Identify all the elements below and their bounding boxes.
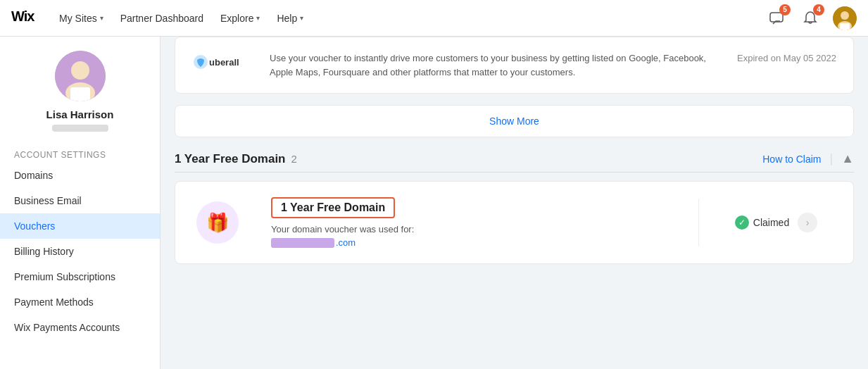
nav-my-sites[interactable]: My Sites ▾ [52, 8, 111, 28]
sidebar-user-sub [52, 125, 108, 132]
uberall-status: Expired on May 05 2022 [737, 53, 836, 63]
how-to-claim-link[interactable]: How to Claim [762, 154, 821, 165]
gift-icon: 🎁 [196, 201, 239, 244]
top-navbar: Wix My Sites ▾ Partner Dashboard Explore… [0, 0, 868, 37]
topnav-right: 5 4 [765, 6, 857, 30]
svg-text:uberall: uberall [209, 57, 239, 68]
sidebar: Lisa Harrison Account Settings Domains B… [0, 37, 161, 369]
bell-badge: 4 [813, 4, 824, 15]
sidebar-section-label: Account Settings [0, 143, 160, 163]
sidebar-item-vouchers[interactable]: Vouchers [0, 213, 160, 239]
voucher-icon-area: 🎁 [175, 182, 260, 263]
domain-blur [271, 238, 334, 248]
voucher-status-area: ✓ Claimed › [698, 199, 853, 246]
chevron-down-icon: ▾ [100, 14, 103, 22]
sidebar-item-billing-history[interactable]: Billing History [0, 239, 160, 264]
domain-extension: .com [336, 237, 356, 248]
free-domain-section-header: 1 Year Free Domain 2 How to Claim | ▲ [175, 151, 854, 166]
section-actions: How to Claim | ▲ [762, 151, 854, 166]
sidebar-item-wix-payments[interactable]: Wix Payments Accounts [0, 315, 160, 340]
chevron-down-icon: ▾ [300, 14, 303, 22]
svg-rect-9 [70, 87, 90, 101]
sidebar-item-business-email[interactable]: Business Email [0, 188, 160, 213]
section-divider [175, 172, 854, 173]
svg-rect-5 [840, 23, 850, 30]
wix-logo[interactable]: Wix [11, 9, 38, 27]
svg-point-7 [71, 61, 89, 80]
voucher-card: 🎁 1 Year Free Domain Your domain voucher… [175, 181, 854, 264]
sidebar-user-name: Lisa Harrison [46, 108, 114, 120]
uberall-voucher-card: uberall Use your voucher to instantly dr… [175, 37, 854, 94]
sidebar-item-domains[interactable]: Domains [0, 163, 160, 188]
show-more-button[interactable]: Show More [175, 105, 854, 137]
chevron-down-icon: ▾ [256, 14, 260, 22]
sidebar-user-section: Lisa Harrison [0, 51, 160, 143]
uberall-logo: uberall [192, 51, 256, 73]
user-avatar[interactable] [833, 6, 857, 30]
voucher-description: Your domain voucher was used for: [271, 224, 687, 234]
claimed-label: Claimed [753, 217, 789, 228]
nav-partner-dashboard[interactable]: Partner Dashboard [113, 8, 210, 28]
sidebar-item-payment-methods[interactable]: Payment Methods [0, 289, 160, 315]
uberall-description: Use your voucher to instantly drive more… [270, 51, 723, 79]
checkmark-icon: ✓ [735, 215, 749, 230]
voucher-title: 1 Year Free Domain [271, 197, 395, 218]
bell-notification-button[interactable]: 4 [799, 7, 822, 30]
divider: | [829, 151, 833, 166]
section-title: 1 Year Free Domain 2 [175, 152, 297, 166]
voucher-arrow-button[interactable]: › [798, 213, 817, 232]
svg-point-3 [841, 11, 849, 20]
nav-items: My Sites ▾ Partner Dashboard Explore ▾ H… [52, 8, 765, 28]
section-count: 2 [291, 153, 297, 165]
main-layout: Lisa Harrison Account Settings Domains B… [0, 37, 868, 369]
nav-help[interactable]: Help ▾ [270, 8, 310, 28]
main-content: uberall Use your voucher to instantly dr… [161, 37, 868, 369]
sidebar-item-premium-subscriptions[interactable]: Premium Subscriptions [0, 264, 160, 289]
nav-explore[interactable]: Explore ▾ [213, 8, 267, 28]
voucher-info: 1 Year Free Domain Your domain voucher w… [260, 183, 698, 262]
collapse-button[interactable]: ▲ [841, 151, 854, 166]
voucher-claimed-status: ✓ Claimed [735, 215, 789, 230]
sidebar-avatar [55, 51, 106, 101]
chat-notification-button[interactable]: 5 [765, 7, 788, 30]
voucher-domain: .com [271, 237, 687, 248]
svg-text:Wix: Wix [11, 9, 34, 23]
chat-badge: 5 [779, 4, 791, 15]
